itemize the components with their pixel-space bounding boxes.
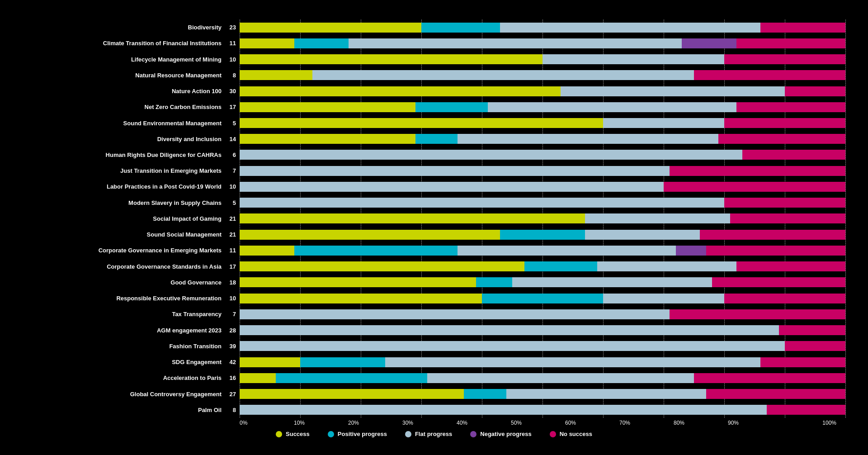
bar-segment-no_success bbox=[730, 213, 845, 223]
bar-segment-success bbox=[240, 54, 542, 64]
bar-segment-flat bbox=[585, 213, 731, 223]
row-label-text: Sound Environmental Management bbox=[123, 120, 222, 127]
bar-segment-no_success bbox=[779, 325, 845, 335]
row-label-text: Biodiversity bbox=[188, 24, 222, 31]
row-label-text: Responsible Executive Remuneration bbox=[116, 295, 222, 302]
bar-segment-success bbox=[240, 373, 276, 383]
x-axis-tick: 80% bbox=[674, 420, 728, 426]
row-count: 28 bbox=[224, 327, 236, 334]
bar-segment-flat bbox=[240, 198, 724, 208]
labels-section: Biodiversity 23 Climate Transition of Fi… bbox=[23, 19, 240, 418]
bar-segment-positive bbox=[500, 230, 585, 240]
legend-item: Positive progress bbox=[328, 431, 387, 437]
row-label: Fashion Transition 39 bbox=[23, 340, 236, 352]
row-label: Sound Environmental Management 5 bbox=[23, 117, 236, 129]
chart-area: Biodiversity 23 Climate Transition of Fi… bbox=[23, 19, 845, 418]
bar-segment-positive bbox=[482, 294, 603, 303]
bar-row bbox=[240, 23, 845, 33]
bar-segment-no_success bbox=[694, 70, 845, 80]
bar-segment-flat bbox=[349, 38, 682, 48]
bar-segment-flat bbox=[585, 230, 700, 240]
row-count: 14 bbox=[224, 136, 236, 142]
bar-segment-positive bbox=[276, 373, 427, 383]
row-count: 21 bbox=[224, 215, 236, 222]
bar-segment-success bbox=[240, 277, 476, 287]
bar-segment-no_success bbox=[760, 23, 845, 33]
row-label: Lifecycle Management of Mining 10 bbox=[23, 53, 236, 66]
bar-segment-no_success bbox=[724, 54, 845, 64]
bar-row bbox=[240, 294, 845, 303]
row-label-text: Nature Action 100 bbox=[172, 88, 222, 95]
row-count: 6 bbox=[224, 152, 236, 158]
row-label: Net Zero Carbon Emissions 17 bbox=[23, 101, 236, 114]
row-label: Biodiversity 23 bbox=[23, 21, 236, 34]
bar-segment-positive bbox=[300, 357, 385, 367]
bar-segment-no_success bbox=[718, 134, 845, 144]
row-count: 18 bbox=[224, 279, 236, 286]
bar-row bbox=[240, 38, 845, 48]
row-count: 10 bbox=[224, 183, 236, 190]
row-count: 7 bbox=[224, 167, 236, 174]
bar-segment-flat bbox=[240, 166, 670, 176]
row-label-text: Good Governance bbox=[170, 279, 222, 286]
row-label: Responsible Executive Remuneration 10 bbox=[23, 292, 236, 305]
row-count: 42 bbox=[224, 359, 236, 365]
bar-segment-success bbox=[240, 230, 500, 240]
row-label-text: AGM engagement 2023 bbox=[157, 327, 222, 334]
row-label: SDG Engagement 42 bbox=[23, 356, 236, 369]
bar-segment-success bbox=[240, 86, 561, 96]
x-axis-tick: 60% bbox=[565, 420, 619, 426]
row-label: Good Governance 18 bbox=[23, 276, 236, 289]
bar-segment-success bbox=[240, 23, 421, 33]
row-count: 17 bbox=[224, 104, 236, 110]
bar-segment-success bbox=[240, 38, 294, 48]
bar-segment-success bbox=[240, 134, 415, 144]
row-label: Natural Resource Management 8 bbox=[23, 69, 236, 81]
bar-segment-success bbox=[240, 389, 464, 399]
row-count: 8 bbox=[224, 72, 236, 79]
bar-row bbox=[240, 182, 845, 192]
bar-segment-flat bbox=[512, 277, 712, 287]
bar-segment-flat bbox=[488, 102, 736, 112]
bar-row bbox=[240, 102, 845, 112]
legend-dot bbox=[328, 431, 334, 437]
bar-segment-flat bbox=[458, 134, 718, 144]
bar-segment-flat bbox=[542, 54, 724, 64]
legend-label: Success bbox=[286, 431, 310, 437]
bar-segment-no_success bbox=[742, 150, 845, 160]
row-count: 27 bbox=[224, 391, 236, 398]
bar-row bbox=[240, 246, 845, 256]
chart-container: Biodiversity 23 Climate Transition of Fi… bbox=[14, 10, 854, 445]
legend-item: Success bbox=[276, 431, 310, 437]
bar-segment-no_success bbox=[724, 118, 845, 128]
bar-segment-success bbox=[240, 261, 524, 271]
bar-segment-negative bbox=[676, 246, 706, 256]
bar-segment-flat bbox=[597, 261, 736, 271]
bar-row bbox=[240, 373, 845, 383]
row-label-text: Natural Resource Management bbox=[135, 72, 222, 79]
bar-segment-no_success bbox=[670, 309, 845, 319]
bar-row bbox=[240, 54, 845, 64]
bar-segment-positive bbox=[421, 23, 500, 33]
row-count: 30 bbox=[224, 88, 236, 95]
bar-segment-no_success bbox=[736, 261, 845, 271]
bar-row bbox=[240, 389, 845, 399]
bar-row bbox=[240, 277, 845, 287]
x-axis-tick: 20% bbox=[348, 420, 402, 426]
legend-dot bbox=[405, 431, 411, 437]
bar-segment-positive bbox=[415, 134, 458, 144]
bar-segment-no_success bbox=[706, 389, 845, 399]
bar-row bbox=[240, 405, 845, 415]
row-count: 5 bbox=[224, 199, 236, 206]
row-label: Diversity and Inclusion 14 bbox=[23, 133, 236, 145]
bar-segment-positive bbox=[524, 261, 597, 271]
legend-label: No success bbox=[560, 431, 592, 437]
bar-segment-negative bbox=[682, 38, 736, 48]
bar-segment-no_success bbox=[767, 405, 845, 415]
bar-segment-success bbox=[240, 102, 415, 112]
bar-segment-flat bbox=[240, 309, 670, 319]
row-label: Corporate Governance in Emerging Markets… bbox=[23, 244, 236, 257]
bar-segment-no_success bbox=[712, 277, 845, 287]
bar-segment-positive bbox=[294, 38, 349, 48]
x-axis-tick: 90% bbox=[728, 420, 782, 426]
